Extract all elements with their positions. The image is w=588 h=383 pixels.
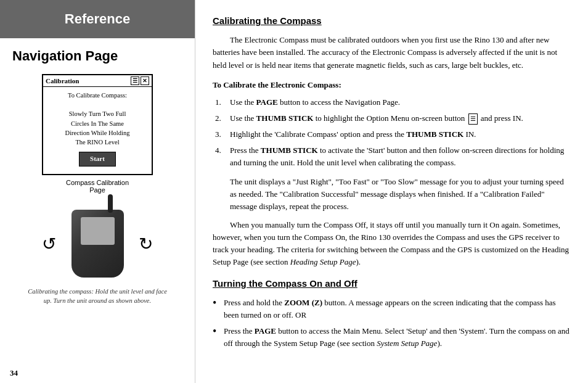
turning-paragraph: When you manually turn the Compass Off, … — [213, 219, 571, 269]
device-screen — [81, 217, 115, 245]
calibration-instructions: To Calibrate Compass: Slowly Turn Two Fu… — [48, 91, 147, 147]
section1-body: The Electronic Compass must be calibrate… — [213, 34, 571, 71]
calibration-body: To Calibrate Compass: Slowly Turn Two Fu… — [43, 87, 152, 174]
arrow-left-icon: ↺ — [42, 234, 56, 254]
extra-paragraph: The unit displays a "Just Right", "Too F… — [230, 176, 571, 213]
sub-heading: To Calibrate the Electronic Compass: — [213, 79, 571, 91]
sidebar-header: Reference — [0, 0, 195, 38]
bullet-1-content: Press and hold the ZOOM (Z) button. A me… — [224, 297, 571, 321]
step-4-content: Press the THUMB STICK to activate the 'S… — [230, 144, 571, 169]
step-2: 2. Use the THUMB STICK to highlight the … — [213, 112, 571, 125]
step-1: 1. Use the PAGE button to access the Nav… — [213, 96, 571, 109]
step-3-num: 3. — [213, 128, 230, 141]
calibration-device-mockup: Calibration ☰ ✕ To Calibrate Compass: Sl… — [42, 74, 153, 175]
bullet-1: • Press and hold the ZOOM (Z) button. A … — [213, 297, 571, 321]
calibration-caption: Compass CalibrationPage — [12, 179, 182, 194]
menu-icon[interactable]: ☰ — [131, 76, 139, 85]
compass-illustration: ↺ ↻ Calibrating the compass: Hold the un… — [12, 204, 182, 305]
compass-caption: Calibrating the compass: Hold the unit l… — [27, 287, 168, 305]
step-3-content: Highlight the 'Calibrate Compass' option… — [230, 128, 571, 141]
step-3: 3. Highlight the 'Calibrate Compass' opt… — [213, 128, 571, 141]
compass-image-area: ↺ ↻ — [36, 204, 159, 284]
main-content: Calibrating the Compass The Electronic C… — [195, 0, 588, 383]
step-1-num: 1. — [213, 96, 230, 109]
section-title: Navigation Page — [12, 48, 182, 64]
close-icon[interactable]: ✕ — [141, 76, 149, 85]
calibration-steps: 1. Use the PAGE button to access the Nav… — [213, 96, 571, 170]
device-antenna — [108, 194, 113, 213]
section1-heading: Calibrating the Compass — [213, 14, 571, 28]
page-number: 34 — [0, 363, 195, 383]
menu-symbol-icon: ☰ — [468, 113, 478, 125]
device-body — [71, 210, 124, 278]
calibration-title-label: Calibration — [46, 77, 79, 84]
arrow-right-icon: ↻ — [139, 234, 153, 254]
calibration-titlebar: Calibration ☰ ✕ — [43, 75, 152, 87]
sidebar: Reference Navigation Page Calibration ☰ … — [0, 0, 195, 383]
sidebar-content: Navigation Page Calibration ☰ ✕ To Calib… — [0, 38, 195, 363]
section2-heading: Turning the Compass On and Off — [213, 276, 571, 290]
bullet-dot-2: • — [213, 325, 224, 339]
step-2-num: 2. — [213, 112, 230, 125]
calibration-titlebar-icons: ☰ ✕ — [131, 76, 149, 85]
step-2-content: Use the THUMB STICK to highlight the Opt… — [230, 112, 571, 125]
bullet-2: • Press the PAGE button to access the Ma… — [213, 325, 571, 350]
bullet-list: • Press and hold the ZOOM (Z) button. A … — [213, 297, 571, 350]
bullet-dot-1: • — [213, 297, 224, 310]
step-1-content: Use the PAGE button to access the Naviga… — [230, 96, 571, 109]
step-4: 4. Press the THUMB STICK to activate the… — [213, 144, 571, 169]
step-4-num: 4. — [213, 144, 230, 169]
bullet-2-content: Press the PAGE button to access the Main… — [224, 325, 571, 350]
calibration-start-button[interactable]: Start — [79, 152, 116, 167]
